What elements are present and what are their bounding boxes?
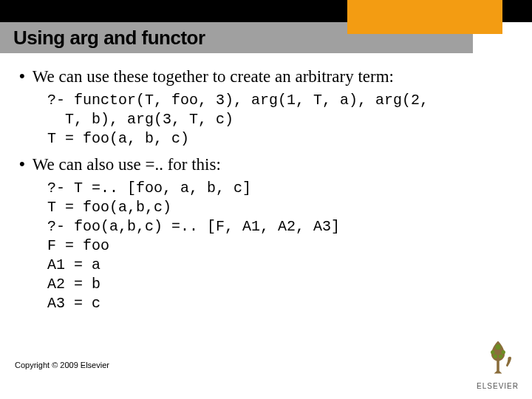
bullet-marker: • — [19, 154, 25, 174]
elsevier-tree-icon — [478, 338, 518, 378]
slide-content: • We can use these together to create an… — [0, 53, 532, 313]
bullet-marker: • — [19, 66, 25, 86]
bullet-item: • We can also use =.. for this: — [15, 154, 513, 176]
copyright-text: Copyright © 2009 Elsevier — [15, 361, 109, 369]
bullet-item: • We can use these together to create an… — [15, 66, 513, 88]
svg-point-3 — [495, 344, 500, 349]
svg-point-2 — [501, 350, 505, 354]
publisher-logo: ELSEVIER — [477, 338, 519, 390]
svg-point-4 — [493, 355, 497, 358]
publisher-name: ELSEVIER — [477, 382, 519, 390]
bullet-text: We can use these together to create an a… — [33, 66, 394, 88]
code-block-1: ?- functor(T, foo, 3), arg(1, T, a), arg… — [47, 91, 513, 149]
slide-title: Using arg and functor — [13, 27, 205, 50]
code-block-2: ?- T =.. [foo, a, b, c] T = foo(a,b,c) ?… — [47, 179, 513, 313]
svg-point-1 — [491, 350, 494, 354]
orange-accent-box — [347, 0, 502, 34]
bullet-text: We can also use =.. for this: — [33, 154, 221, 176]
svg-point-5 — [498, 355, 502, 358]
